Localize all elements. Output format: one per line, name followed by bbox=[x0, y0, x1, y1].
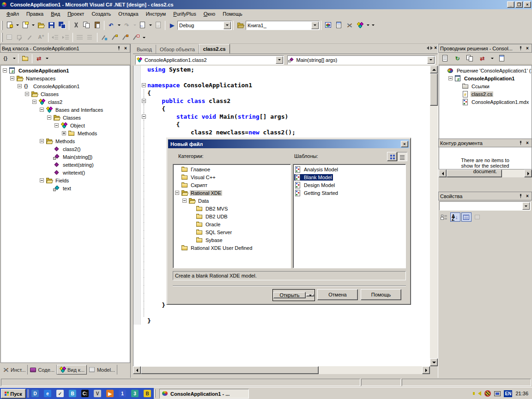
code-line[interactable]: } bbox=[133, 317, 430, 325]
properties-button[interactable] bbox=[496, 54, 507, 64]
decrease-indent-button[interactable] bbox=[50, 32, 60, 42]
language-indicator[interactable]: EN bbox=[504, 390, 512, 397]
clock[interactable]: 21:36 bbox=[515, 391, 528, 396]
tree-item[interactable]: Fields bbox=[2, 176, 130, 184]
solution-explorer-titlebar[interactable]: Проводник решения - Consol... × bbox=[438, 44, 532, 53]
template-item[interactable]: Analysis Model bbox=[294, 165, 405, 173]
code-line[interactable] bbox=[133, 309, 430, 317]
pin-icon[interactable] bbox=[518, 140, 523, 145]
breakpoint-margin[interactable] bbox=[133, 160, 141, 168]
tree-item[interactable]: Data bbox=[174, 197, 290, 205]
maximize-button[interactable]: ❐ bbox=[515, 1, 523, 8]
code-line[interactable]: { bbox=[133, 121, 430, 128]
solution-config-dropdown[interactable] bbox=[224, 22, 231, 29]
taskbar-task-button[interactable]: ConsoleApplication1 - ... bbox=[159, 389, 249, 399]
taskbar-separator[interactable] bbox=[154, 389, 156, 398]
scroll-left-icon[interactable] bbox=[133, 366, 141, 374]
breakpoint-margin[interactable] bbox=[133, 230, 141, 238]
outline-collapse-icon[interactable] bbox=[142, 115, 146, 119]
breakpoint-margin[interactable] bbox=[133, 207, 141, 215]
solution-config-combo[interactable]: Debug bbox=[177, 21, 232, 30]
tree-item[interactable]: Classes bbox=[2, 90, 130, 98]
breakpoint-margin[interactable] bbox=[133, 89, 141, 97]
collapse-icon[interactable] bbox=[40, 108, 44, 112]
tree-item[interactable]: settext(string) bbox=[2, 161, 130, 169]
properties-window-button[interactable] bbox=[333, 20, 344, 30]
code-line[interactable]: using System; bbox=[133, 66, 430, 73]
open-button[interactable]: Открыть bbox=[273, 292, 306, 298]
breakpoint-margin[interactable] bbox=[133, 262, 141, 270]
scroll-right-icon[interactable] bbox=[422, 366, 430, 374]
breakpoint-margin[interactable] bbox=[133, 113, 141, 121]
scroll-thumb[interactable] bbox=[430, 73, 438, 106]
menu-item-10[interactable]: Помощь bbox=[219, 10, 246, 18]
collapse-icon[interactable] bbox=[40, 139, 44, 143]
breakpoint-margin[interactable] bbox=[133, 238, 141, 246]
pin-icon[interactable] bbox=[518, 46, 523, 51]
parameter-info-button[interactable]: A+ bbox=[36, 32, 47, 42]
menu-item-8[interactable]: PurifyPlus bbox=[169, 10, 200, 18]
breakpoint-margin[interactable] bbox=[133, 144, 141, 152]
scroll-down-icon[interactable] bbox=[430, 358, 438, 366]
tree-item[interactable]: Object bbox=[2, 121, 130, 129]
copy-project-button[interactable] bbox=[465, 54, 475, 64]
code-line[interactable] bbox=[133, 73, 430, 81]
breakpoint-margin[interactable] bbox=[133, 105, 141, 113]
menu-item-3[interactable]: Вид bbox=[47, 10, 64, 18]
breakpoint-margin[interactable] bbox=[133, 191, 141, 199]
menu-item-4[interactable]: Проект bbox=[64, 10, 88, 18]
document-tab[interactable]: Обзор объекта bbox=[156, 45, 199, 54]
tree-item[interactable]: Methods bbox=[2, 129, 130, 137]
member-list-button[interactable] bbox=[4, 32, 15, 42]
tree-item[interactable]: #ConsoleApplication1 bbox=[2, 66, 130, 74]
collapse-icon[interactable] bbox=[18, 84, 22, 88]
toolbox-button[interactable] bbox=[344, 20, 355, 30]
document-tab[interactable]: class2.cs bbox=[199, 44, 230, 54]
collapse-icon[interactable] bbox=[10, 76, 14, 80]
menu-item-1[interactable]: Файл bbox=[3, 10, 23, 18]
collapse-icon[interactable] bbox=[448, 76, 453, 80]
next-bookmark-button[interactable] bbox=[109, 32, 120, 42]
editor-vertical-scrollbar[interactable] bbox=[430, 66, 438, 366]
new-project-button[interactable] bbox=[4, 20, 15, 30]
tree-item[interactable]: Rational XDE bbox=[174, 189, 290, 197]
uncomment-button[interactable] bbox=[85, 32, 96, 42]
navigate-back-dropdown[interactable] bbox=[148, 20, 153, 30]
command-prompt-icon[interactable]: C: bbox=[81, 390, 89, 397]
breakpoint-margin[interactable] bbox=[133, 66, 141, 73]
batman-icon[interactable]: B bbox=[144, 390, 151, 397]
tree-item[interactable]: DB2 UDB bbox=[174, 212, 290, 220]
tree-item[interactable]: Ссылки bbox=[440, 82, 532, 90]
breakpoint-margin[interactable] bbox=[133, 128, 141, 136]
code-line[interactable]: { bbox=[133, 89, 430, 97]
tree-item[interactable]: Visual C++ bbox=[174, 173, 290, 181]
tree-item[interactable]: DB2 MVS bbox=[174, 205, 290, 212]
network-icon[interactable] bbox=[494, 391, 501, 396]
tree-item[interactable]: {}ConsoleApplication1 bbox=[2, 82, 130, 90]
breakpoint-margin[interactable] bbox=[133, 73, 141, 81]
new-project-dropdown[interactable] bbox=[15, 20, 20, 30]
tree-item[interactable]: #class2.cs bbox=[440, 90, 532, 98]
panel-tab-model[interactable]: Model... bbox=[87, 365, 117, 375]
dialog-close-button[interactable]: × bbox=[401, 141, 408, 147]
menu-item-2[interactable]: Правка bbox=[23, 10, 47, 18]
sync-dropdown[interactable] bbox=[490, 54, 495, 64]
menu-item-7[interactable]: Инструм bbox=[142, 10, 169, 18]
show-desktop-icon[interactable]: D bbox=[31, 390, 39, 397]
comment-button[interactable] bbox=[74, 32, 85, 42]
solution-explorer-button[interactable] bbox=[323, 20, 333, 30]
collapse-icon[interactable] bbox=[32, 100, 36, 104]
toggle-bookmark-button[interactable] bbox=[99, 32, 109, 42]
new-folder-button[interactable] bbox=[20, 54, 30, 64]
media-player-icon[interactable]: ▶ bbox=[106, 390, 114, 397]
close-icon[interactable]: × bbox=[525, 140, 530, 146]
add-item-dropdown[interactable] bbox=[30, 20, 36, 30]
tree-item[interactable]: Bases and Interfaces bbox=[2, 106, 130, 114]
add-item-button[interactable] bbox=[20, 20, 30, 30]
cancel-button[interactable]: Отмена bbox=[317, 289, 358, 300]
undo-dropdown[interactable] bbox=[116, 20, 121, 30]
code-line[interactable]: class2 newclass=new class2(); bbox=[133, 128, 430, 136]
tree-item[interactable]: class2() bbox=[2, 145, 130, 153]
open-file-button[interactable] bbox=[36, 20, 46, 30]
paste-button[interactable] bbox=[92, 20, 103, 30]
